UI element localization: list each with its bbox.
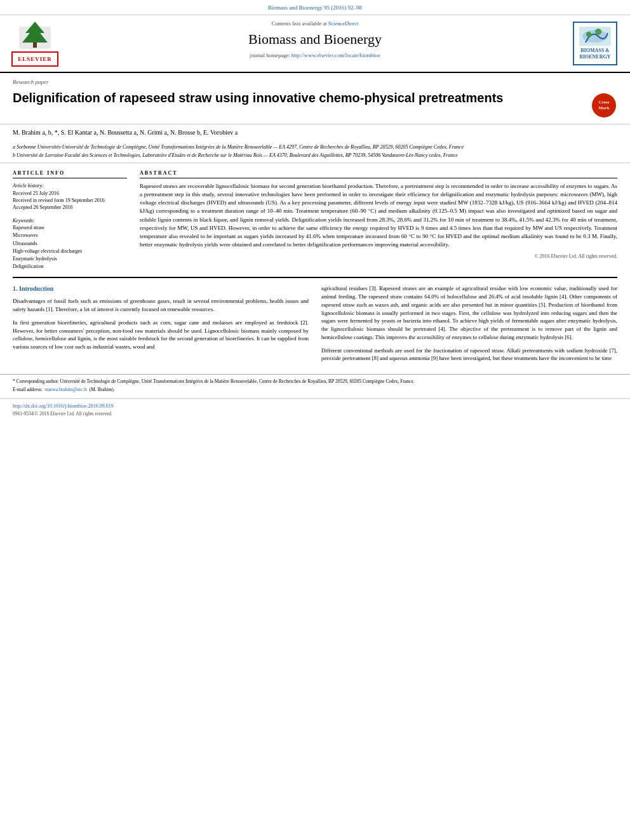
elsevier-tree-icon xyxy=(16,20,54,49)
right-paragraph-1: agricultural residues [3]. Rapeseed stra… xyxy=(321,284,617,341)
info-abstract-section: ARTICLE INFO Article history: Received 2… xyxy=(0,163,630,277)
article-info-header: ARTICLE INFO xyxy=(13,170,127,178)
revised-date: Received in revised form 19 September 20… xyxy=(13,197,127,204)
body-left-column: 1. Introduction Disadvantages of fossil … xyxy=(13,284,309,368)
svg-text:Mark: Mark xyxy=(598,105,609,110)
publisher-logo-area: ELSEVIER xyxy=(6,20,64,67)
keywords-label: Keywords: xyxy=(13,217,127,224)
body-right-column: agricultural residues [3]. Rapeseed stra… xyxy=(321,284,617,368)
logo-text-line2: BIOENERGY xyxy=(579,54,611,60)
homepage-line: journal homepage: http://www.elsevier.co… xyxy=(70,52,560,60)
footer-links: http://dx.doi.org/10.1016/j.biombioe.201… xyxy=(0,398,630,420)
svg-point-6 xyxy=(595,29,601,35)
journal-title: Biomass and Bioenergy xyxy=(70,30,560,50)
journal-citation: Biomass and Bioenergy 95 (2016) 92–98 xyxy=(268,4,362,11)
email-link[interactable]: marwa.brahim@utc.fr xyxy=(45,387,87,392)
authors-section: M. Brahim a, b, *, S. El Kantar a, N. Bo… xyxy=(0,124,630,141)
keyword-3: High-voltage electrical discharges xyxy=(13,248,127,255)
abstract-text: Rapeseed straws are recoverable lignocel… xyxy=(140,182,617,248)
article-history-block: Article history: Received 25 July 2016 R… xyxy=(13,182,127,211)
abstract-column: ABSTRACT Rapeseed straws are recoverable… xyxy=(140,170,617,270)
contents-line: Contents lists available at ScienceDirec… xyxy=(70,20,560,28)
crossmark-icon: Cross Mark xyxy=(592,93,616,117)
intro-paragraph-2: In first generation biorefineries, agric… xyxy=(13,319,309,351)
introduction-heading: 1. Introduction xyxy=(13,284,309,293)
logo-text-line1: BIOMASS & xyxy=(579,48,611,54)
journal-citation-bar: Biomass and Bioenergy 95 (2016) 92–98 xyxy=(0,0,630,15)
keyword-2: Ultrasounds xyxy=(13,240,127,247)
article-type-label: Research paper xyxy=(0,73,630,88)
history-label: Article history: xyxy=(13,182,127,189)
keyword-1: Microwaves xyxy=(13,232,127,239)
elsevier-label: ELSEVIER xyxy=(11,51,58,67)
authors-line: M. Brahim a, b, *, S. El Kantar a, N. Bo… xyxy=(13,128,617,137)
footnote-section: * Corresponding author. Université de Te… xyxy=(0,374,630,398)
email-suffix: (M. Brahim). xyxy=(90,387,115,392)
sciencedirect-link[interactable]: ScienceDirect xyxy=(328,20,359,27)
affiliation-a: a Sorbonne Universités-Université de Tec… xyxy=(13,143,617,150)
doi-anchor[interactable]: http://dx.doi.org/10.1016/j.biombioe.201… xyxy=(13,403,114,409)
right-paragraph-2: Different conventional methods are used … xyxy=(321,347,617,363)
corresponding-footnote: * Corresponding author. Université de Te… xyxy=(13,378,617,385)
keywords-section: Keywords: Rapeseed straw Microwaves Ultr… xyxy=(13,217,127,270)
svg-text:Cross: Cross xyxy=(599,100,610,105)
journal-info-center: Contents lists available at ScienceDirec… xyxy=(64,20,566,67)
received-date: Received 25 July 2016 xyxy=(13,190,127,197)
body-section: 1. Introduction Disadvantages of fossil … xyxy=(0,278,630,374)
affiliation-b: b Université de Lorraine-Faculté des Sci… xyxy=(13,152,617,159)
accepted-date: Accepted 26 September 2016 xyxy=(13,204,127,211)
doi-link[interactable]: http://dx.doi.org/10.1016/j.biombioe.201… xyxy=(13,403,617,410)
journal-logo-right: BIOMASS & BIOENERGY xyxy=(566,20,624,67)
intro-paragraph-1: Disadvantages of fossil fuels such as em… xyxy=(13,297,309,314)
biomass-logo-graphic xyxy=(579,27,611,46)
copyright-line: © 2016 Elsevier Ltd. All rights reserved… xyxy=(140,253,617,260)
abstract-header: ABSTRACT xyxy=(140,170,617,178)
page: Biomass and Bioenergy 95 (2016) 92–98 EL… xyxy=(0,0,630,840)
biomass-logo-box: BIOMASS & BIOENERGY xyxy=(573,22,617,65)
article-title-section: Delignification of rapeseed straw using … xyxy=(0,88,630,124)
svg-point-5 xyxy=(586,32,591,37)
crossmark-badge: Cross Mark xyxy=(592,93,617,119)
email-footnote: E-mail address: marwa.brahim@utc.fr (M. … xyxy=(13,387,617,394)
svg-rect-2 xyxy=(33,43,37,48)
article-title: Delignification of rapeseed straw using … xyxy=(13,90,503,105)
keyword-4: Enzymatic hydrolysis xyxy=(13,255,127,262)
article-info-column: ARTICLE INFO Article history: Received 2… xyxy=(13,170,127,270)
keyword-5: Delignification xyxy=(13,263,127,270)
homepage-link[interactable]: http://www.elsevier.com/locate/biombioe xyxy=(292,52,380,58)
issn-line: 0961-9534/© 2016 Elsevier Ltd. All right… xyxy=(13,411,617,418)
keyword-0: Rapeseed straw xyxy=(13,224,127,231)
affiliations-section: a Sorbonne Universités-Université de Tec… xyxy=(0,141,630,163)
journal-header: ELSEVIER Contents lists available at Sci… xyxy=(0,15,630,74)
email-label: E-mail address: xyxy=(13,387,43,392)
